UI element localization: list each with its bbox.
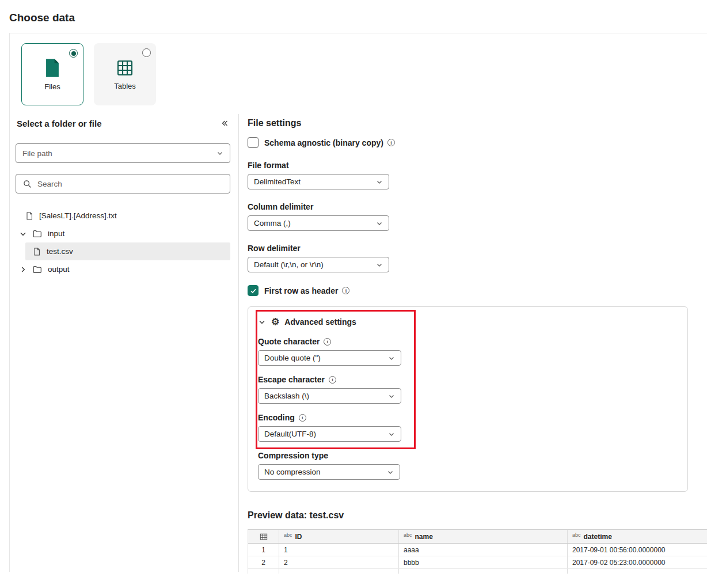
chevron-down-icon [388,393,395,400]
file-path-dropdown[interactable]: File path [16,143,230,163]
files-document-icon [44,58,61,78]
row-index-cell: 1 [248,544,279,556]
table-cell: 2 [279,556,399,568]
table-row: 2 2 bbbb 2017-09-02 05:23:00.0000000 [248,556,707,569]
info-icon[interactable] [329,376,336,384]
chevron-down-icon [376,179,383,185]
tables-radio[interactable] [142,48,151,57]
chevron-down-icon [376,261,383,268]
escape-character-label: Escape character [258,375,678,384]
column-header-id: abc ID [279,530,399,543]
file-icon [25,211,34,221]
chevron-down-icon [216,150,223,157]
tree-item-label: output [48,265,70,274]
file-browser-title: Select a folder or file [17,119,102,128]
file-settings-title: File settings [248,118,707,128]
file-settings-panel: File settings Schema agnostic (binary co… [238,114,707,572]
tables-card[interactable]: Tables [94,43,156,105]
column-header-datetime: abc datetime [568,530,707,543]
table-cell: 1 [279,544,399,556]
choose-data-panel: Files Tables Select a folder or file [9,33,707,572]
row-index-cell: 2 [248,556,279,568]
search-icon [22,179,32,189]
file-tree: [SalesLT].[Address].txt input [16,207,230,278]
chevron-down-icon [387,469,394,476]
folder-icon [32,229,43,239]
check-icon [250,287,257,294]
file-icon [32,247,41,256]
first-row-header-label: First row as header [264,286,349,295]
tree-item-output-folder[interactable]: output [16,260,230,278]
chevron-down-icon [388,431,395,438]
info-icon[interactable] [324,338,331,346]
table-grid-icon [260,533,268,541]
schema-agnostic-label: Schema agnostic (binary copy) [264,138,395,147]
files-radio[interactable] [69,49,78,58]
tree-item-label: [SalesLT].[Address].txt [39,211,117,220]
folder-icon [32,264,43,275]
first-row-header-checkbox[interactable] [248,285,259,296]
tree-item-label: input [48,229,64,238]
tables-grid-icon [116,59,134,77]
double-chevron-left-icon [220,119,229,128]
abc-type-icon: abc [404,530,412,538]
column-delimiter-dropdown[interactable]: Comma (,) [248,215,389,231]
preview-table-header: abc ID abc name abc datetime [248,530,707,544]
column-header-name: abc name [399,530,568,543]
file-browser-panel: Select a folder or file File path [10,114,238,572]
compression-type-label: Compression type [258,451,678,460]
file-format-label: File format [248,161,707,170]
files-card-label: Files [44,82,60,91]
abc-type-icon: abc [572,530,581,538]
tree-item-label: test.csv [47,247,73,256]
advanced-settings-panel: Advanced settings Quote character Double… [248,306,688,492]
abc-type-icon: abc [284,530,292,538]
quote-character-dropdown[interactable]: Double quote (") [258,350,401,366]
collapse-panel-button[interactable] [219,117,230,129]
gear-icon [271,317,279,327]
table-cell: 2017-09-02 05:23:00.0000000 [568,556,707,568]
file-format-dropdown[interactable]: DelimitedText [248,174,389,189]
escape-character-dropdown[interactable]: Backslash (\) [258,388,401,404]
tree-item-input-folder[interactable]: input [16,225,230,242]
search-box[interactable] [16,174,230,194]
info-icon[interactable] [299,414,306,422]
chevron-down-icon [258,318,266,326]
advanced-settings-title: Advanced settings [284,317,356,327]
chevron-down-icon [376,220,383,227]
tables-card-label: Tables [114,82,136,90]
source-type-cards: Files Tables [10,33,707,105]
chevron-right-icon [19,265,27,274]
search-input[interactable] [37,180,223,188]
encoding-dropdown[interactable]: Default(UTF-8) [258,426,401,442]
row-delimiter-label: Row delimiter [248,244,707,253]
info-icon[interactable] [342,287,349,294]
chevron-down-icon [388,355,395,362]
table-cell: 2017-09-01 00:56:00.0000000 [568,544,707,556]
table-cell: bbbb [399,556,568,568]
file-path-placeholder: File path [22,149,52,158]
page-title: Choose data [0,0,707,24]
table-row: 1 1 aaaa 2017-09-01 00:56:00.0000000 [248,544,707,556]
tree-item-address-txt[interactable]: [SalesLT].[Address].txt [16,207,230,225]
advanced-settings-toggle[interactable]: Advanced settings [258,316,678,328]
preview-title: Preview data: test.csv [248,510,707,521]
quote-character-label: Quote character [258,337,678,346]
info-icon[interactable] [387,139,395,146]
files-card[interactable]: Files [21,43,83,105]
table-corner-cell [248,530,279,543]
chevron-down-icon [19,230,27,238]
column-delimiter-label: Column delimiter [248,202,707,211]
tree-item-test-csv[interactable]: test.csv [25,242,230,260]
preview-table: abc ID abc name abc datetime 1 1 aaa [248,529,707,574]
table-cell: aaaa [399,544,568,556]
table-row-partial [248,569,707,574]
encoding-label: Encoding [258,413,678,422]
compression-type-dropdown[interactable]: No compression [258,464,400,480]
row-delimiter-dropdown[interactable]: Default (\r,\n, or \r\n) [248,257,389,272]
schema-agnostic-checkbox[interactable] [248,137,259,148]
